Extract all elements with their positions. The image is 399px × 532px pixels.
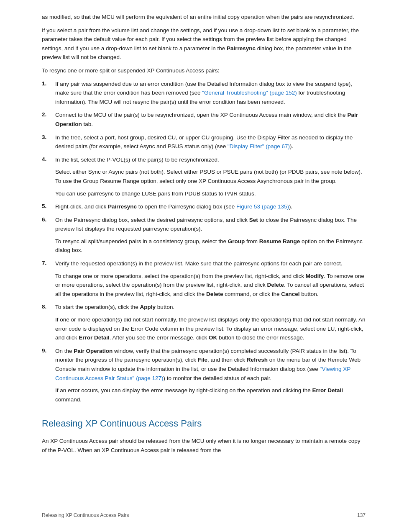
step-number: 5. (42, 202, 55, 211)
list-item: 3. In the tree, select a port, host grou… (42, 133, 366, 151)
list-item: 2. Connect to the MCU of the pair(s) to … (42, 111, 366, 129)
list-item: 7. Verify the requested operation(s) in … (42, 259, 366, 298)
step-text: On the Pair Operation window, verify tha… (55, 347, 366, 383)
step-number: 1. (42, 80, 55, 88)
step-text: Connect to the MCU of the pair(s) to be … (55, 111, 366, 129)
section-intro-text: An XP Continuous Access pair should be r… (42, 437, 366, 455)
list-item: 9. On the Pair Operation window, verify … (42, 347, 366, 404)
figure53-link[interactable]: Figure 53 (page 135) (236, 203, 289, 210)
step-number: 9. (42, 347, 55, 355)
step-subpara1: Select either Sync or Async pairs (not b… (55, 167, 366, 185)
step-text: In the tree, select a port, host group, … (55, 133, 366, 151)
step-content: Right-click, and click Pairresync to ope… (55, 202, 366, 211)
list-item: 8. To start the operation(s), click the … (42, 303, 366, 342)
display-filter-link[interactable]: "Display Filter" (page 67) (228, 143, 290, 149)
list-item: 1. If any pair was suspended due to an e… (42, 80, 366, 107)
step-text: To start the operation(s), click the App… (55, 303, 366, 312)
list-item: 6. On the Pairresync dialog box, select … (42, 216, 366, 255)
step-content: Verify the requested operation(s) in the… (55, 259, 366, 298)
section-intro: An XP Continuous Access pair should be r… (42, 437, 366, 455)
step-content: To start the operation(s), click the App… (55, 303, 366, 342)
steps-list: 1. If any pair was suspended due to an e… (42, 80, 366, 404)
step-content: In the tree, select a port, host group, … (55, 133, 366, 151)
paragraph-3: To resync one or more split or suspended… (42, 66, 366, 75)
section-title: Releasing XP Continuous Access Pairs (42, 416, 366, 431)
para2-bold: Pairresync (227, 45, 256, 51)
paragraph-2: If you select a pair from the volume lis… (42, 26, 366, 62)
step-content: On the Pairresync dialog box, select the… (55, 216, 366, 255)
footer-right: 137 (357, 511, 366, 519)
step-subpara1: If one or more operation(s) did not star… (55, 315, 366, 342)
step-number: 2. (42, 111, 55, 119)
step-number: 6. (42, 216, 55, 224)
step-content: Connect to the MCU of the pair(s) to be … (55, 111, 366, 129)
footer-left: Releasing XP Continuous Access Pairs (42, 511, 129, 519)
step-content: On the Pair Operation window, verify tha… (55, 347, 366, 404)
step-content: If any pair was suspended due to an erro… (55, 80, 366, 107)
footer: Releasing XP Continuous Access Pairs 137 (0, 511, 399, 519)
list-item: 5. Right-click, and click Pairresync to … (42, 202, 366, 211)
step-text: On the Pairresync dialog box, select the… (55, 216, 366, 234)
troubleshooting-link[interactable]: "General Troubleshooting" (page 152) (202, 90, 297, 96)
body-text-block: as modified, so that the MCU will perfor… (42, 13, 366, 75)
step-subpara2: You can use pairresync to change LUSE pa… (55, 189, 366, 198)
paragraph-1: as modified, so that the MCU will perfor… (42, 13, 366, 22)
list-item: 4. In the list, select the P-VOL(s) of t… (42, 155, 366, 198)
step-subpara1: To resync all split/suspended pairs in a… (55, 237, 366, 255)
page: as modified, so that the MCU will perfor… (0, 0, 399, 532)
step-number: 4. (42, 155, 55, 164)
step-subpara1: To change one or more operations, select… (55, 272, 366, 299)
step-content: In the list, select the P-VOL(s) of the … (55, 155, 366, 198)
step-text: In the list, select the P-VOL(s) of the … (55, 155, 366, 164)
step-text: Right-click, and click Pairresync to ope… (55, 202, 366, 211)
step-text: Verify the requested operation(s) in the… (55, 259, 366, 268)
step-number: 7. (42, 259, 55, 268)
step-number: 8. (42, 303, 55, 311)
step-subpara1: If an error occurs, you can display the … (55, 386, 366, 404)
step-text: If any pair was suspended due to an erro… (55, 80, 366, 107)
step-number: 3. (42, 133, 55, 142)
pair-operation-bold: Pair Operation (74, 348, 113, 354)
